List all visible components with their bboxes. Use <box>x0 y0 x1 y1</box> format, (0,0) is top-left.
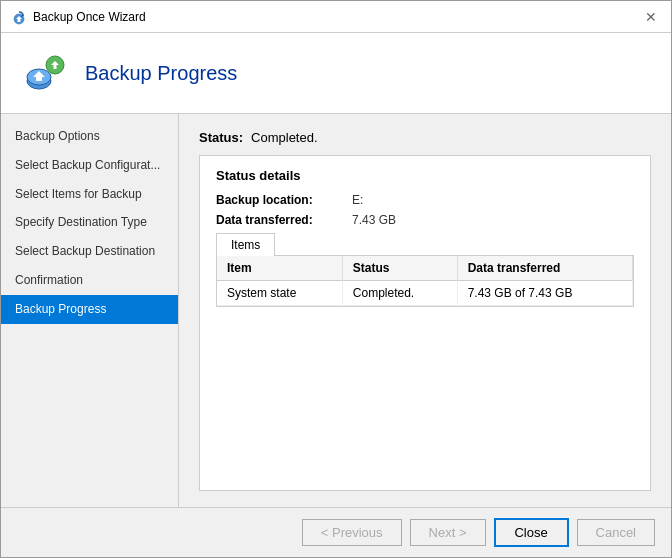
items-tab-bar: Items <box>216 233 634 256</box>
items-table-head: Item Status Data transferred <box>217 256 633 281</box>
header-icon <box>21 49 69 97</box>
items-table-header-row: Item Status Data transferred <box>217 256 633 281</box>
cell-data-transferred: 7.43 GB of 7.43 GB <box>457 281 632 306</box>
sidebar-item-backup-progress[interactable]: Backup Progress <box>1 295 178 324</box>
col-data-transferred: Data transferred <box>457 256 632 281</box>
main-panel: Status: Completed. Status details Backup… <box>179 114 671 507</box>
backup-location-row: Backup location: E: <box>216 193 634 207</box>
backup-location-label: Backup location: <box>216 193 346 207</box>
wizard-window: Backup Once Wizard ✕ Backup Progress Bac… <box>0 0 672 558</box>
sidebar-item-backup-options[interactable]: Backup Options <box>1 122 178 151</box>
data-transferred-row: Data transferred: 7.43 GB <box>216 213 634 227</box>
sidebar-item-select-items-for-backup[interactable]: Select Items for Backup <box>1 180 178 209</box>
col-status: Status <box>342 256 457 281</box>
backup-progress-icon <box>23 51 67 95</box>
wizard-title: Backup Progress <box>85 62 237 85</box>
close-button[interactable]: Close <box>494 518 569 547</box>
cancel-button[interactable]: Cancel <box>577 519 655 546</box>
items-table: Item Status Data transferred System stat… <box>217 256 633 306</box>
next-button[interactable]: Next > <box>410 519 486 546</box>
sidebar: Backup Options Select Backup Configurat.… <box>1 114 179 507</box>
details-title: Status details <box>216 168 634 183</box>
wizard-header: Backup Progress <box>1 33 671 114</box>
app-icon <box>11 9 27 25</box>
table-row: System state Completed. 7.43 GB of 7.43 … <box>217 281 633 306</box>
title-bar: Backup Once Wizard ✕ <box>1 1 671 33</box>
wizard-footer: < Previous Next > Close Cancel <box>1 507 671 557</box>
sidebar-item-confirmation[interactable]: Confirmation <box>1 266 178 295</box>
backup-location-value: E: <box>352 193 363 207</box>
data-transferred-label: Data transferred: <box>216 213 346 227</box>
items-tab[interactable]: Items <box>216 233 275 256</box>
sidebar-item-specify-destination-type[interactable]: Specify Destination Type <box>1 208 178 237</box>
cell-status: Completed. <box>342 281 457 306</box>
close-window-button[interactable]: ✕ <box>641 7 661 27</box>
items-table-container: Item Status Data transferred System stat… <box>216 256 634 307</box>
items-table-body: System state Completed. 7.43 GB of 7.43 … <box>217 281 633 306</box>
status-label: Status: <box>199 130 243 145</box>
data-transferred-value: 7.43 GB <box>352 213 396 227</box>
status-row: Status: Completed. <box>199 130 651 145</box>
previous-button[interactable]: < Previous <box>302 519 402 546</box>
status-value: Completed. <box>251 130 317 145</box>
sidebar-item-select-backup-destination[interactable]: Select Backup Destination <box>1 237 178 266</box>
wizard-content: Backup Options Select Backup Configurat.… <box>1 114 671 507</box>
details-box: Status details Backup location: E: Data … <box>199 155 651 491</box>
title-bar-left: Backup Once Wizard <box>11 9 146 25</box>
title-bar-text: Backup Once Wizard <box>33 10 146 24</box>
cell-item: System state <box>217 281 342 306</box>
sidebar-item-select-backup-configuration[interactable]: Select Backup Configurat... <box>1 151 178 180</box>
col-item: Item <box>217 256 342 281</box>
